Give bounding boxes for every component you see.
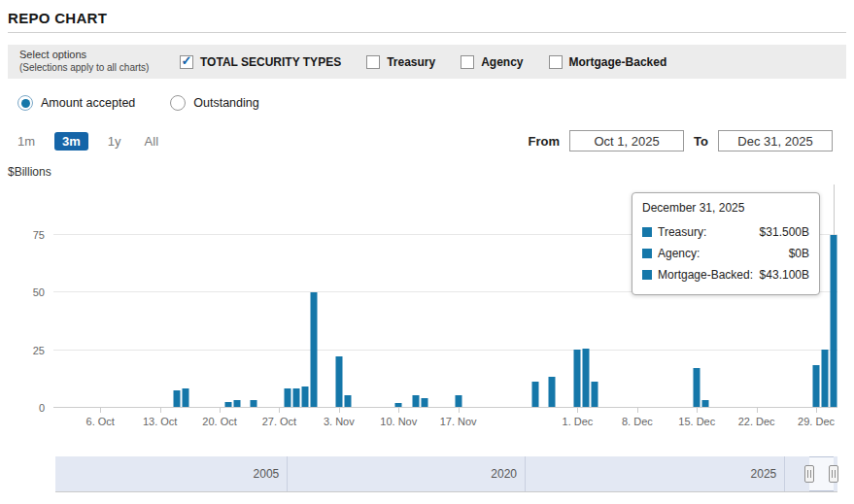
checkbox-treasury[interactable]: Treasury xyxy=(366,55,435,69)
y-axis-label: 50 xyxy=(33,286,45,298)
chart-bar[interactable] xyxy=(583,349,590,407)
checkbox-label: Mortgage-Backed xyxy=(569,55,667,69)
x-axis-label: 13. Oct xyxy=(143,416,177,427)
chart-bar[interactable] xyxy=(574,350,581,407)
checkbox-box-total-security-types[interactable] xyxy=(180,55,193,69)
chart-bar[interactable] xyxy=(224,402,231,407)
chart-bar[interactable] xyxy=(821,350,828,407)
from-date-input[interactable] xyxy=(569,130,684,151)
chart-bar[interactable] xyxy=(251,400,257,407)
chart-bar[interactable] xyxy=(531,382,538,407)
chart-bar[interactable] xyxy=(344,395,351,407)
radio-button-outstanding[interactable] xyxy=(170,95,186,111)
y-axis-label: 25 xyxy=(33,345,45,356)
range-selector: 1m 3m 1y All From To xyxy=(14,129,833,152)
navigator-year-label: 2020 xyxy=(491,467,517,481)
chart-tooltip: December 31, 2025 Treasury: $31.500B Age… xyxy=(632,192,820,295)
radio-outstanding[interactable]: Outstanding xyxy=(170,95,258,111)
chart-bar[interactable] xyxy=(310,292,317,407)
navigator-handle-left-icon[interactable] xyxy=(804,465,814,483)
y-gridline xyxy=(53,350,837,351)
series-marker-agency-icon xyxy=(642,249,652,258)
repo-chart-page: REPO CHART Select options (Selections ap… xyxy=(0,0,854,504)
x-axis-label: 8. Dec xyxy=(622,416,653,427)
navigator-year-label: 2005 xyxy=(254,467,280,481)
y-axis-label: 0 xyxy=(39,402,45,414)
range-button-1y[interactable]: 1y xyxy=(104,132,125,151)
x-tick xyxy=(459,408,460,413)
checkbox-label: TOTAL SECURITY TYPES xyxy=(200,55,341,69)
options-bar: Select options (Selections apply to all … xyxy=(8,45,846,79)
tooltip-series-value: $43.100B xyxy=(760,264,809,286)
navigator-handle-right-icon[interactable] xyxy=(829,465,838,483)
checkbox-box-treasury[interactable] xyxy=(366,55,380,69)
range-button-1m[interactable]: 1m xyxy=(14,132,39,151)
x-axis-label: 29. Dec xyxy=(798,416,835,427)
range-button-3m[interactable]: 3m xyxy=(54,132,88,151)
chart-bar[interactable] xyxy=(592,382,598,407)
x-tick xyxy=(816,408,817,413)
y-axis-label: 75 xyxy=(33,229,45,241)
chart-bar[interactable] xyxy=(702,400,709,407)
x-axis-label: 3. Nov xyxy=(324,416,355,427)
x-tick xyxy=(100,408,101,413)
range-button-all[interactable]: All xyxy=(141,132,162,151)
chart-bar[interactable] xyxy=(412,395,419,407)
x-axis-label: 27. Oct xyxy=(262,416,296,427)
radio-button-amount-accepted[interactable] xyxy=(17,95,33,111)
title-divider xyxy=(8,32,846,33)
chart-bar[interactable] xyxy=(455,395,461,407)
tooltip-series-name: Mortgage-Backed: xyxy=(658,264,753,286)
tooltip-series-value: $0B xyxy=(789,243,809,264)
radio-amount-accepted[interactable]: Amount accepted xyxy=(17,95,135,111)
chart-bar[interactable] xyxy=(174,390,181,407)
checkbox-mortgage-backed[interactable]: Mortgage-Backed xyxy=(549,55,667,69)
range-buttons: 1m 3m 1y All xyxy=(14,129,162,152)
tooltip-series-value: $31.500B xyxy=(760,221,809,243)
x-tick xyxy=(757,408,758,413)
x-axis-label: 1. Dec xyxy=(563,416,594,427)
chart-bar[interactable] xyxy=(233,400,240,407)
select-options-label: Select options xyxy=(19,49,180,62)
navigator-gridline xyxy=(525,456,526,491)
x-tick xyxy=(577,408,578,413)
navigator-gridline xyxy=(287,456,288,491)
chart-bar[interactable] xyxy=(395,403,402,407)
chart-bar[interactable] xyxy=(813,365,820,407)
checkbox-agency[interactable]: Agency xyxy=(461,55,523,69)
metric-radio-group: Amount accepted Outstanding xyxy=(17,95,259,111)
x-tick xyxy=(339,408,340,413)
tooltip-row-treasury: Treasury: $31.500B xyxy=(642,221,809,243)
chart-bar[interactable] xyxy=(301,386,308,407)
x-axis-label: 22. Dec xyxy=(738,416,775,427)
series-marker-mortgage-backed-icon xyxy=(642,270,652,280)
x-axis-label: 15. Dec xyxy=(678,416,715,427)
chart-bar[interactable] xyxy=(182,388,188,407)
navigator[interactable]: 200520202025 xyxy=(55,456,837,492)
to-label: To xyxy=(694,134,708,149)
chart-bar[interactable] xyxy=(421,398,427,407)
x-tick xyxy=(279,408,280,413)
chart-bar[interactable] xyxy=(292,388,299,407)
chart-bar[interactable] xyxy=(830,235,837,407)
x-tick xyxy=(220,408,221,413)
chart-bar[interactable] xyxy=(694,368,700,407)
tooltip-row-mortgage-backed: Mortgage-Backed: $43.100B xyxy=(642,264,809,286)
chart-bar[interactable] xyxy=(285,388,291,407)
to-date-input[interactable] xyxy=(718,130,833,151)
chart-area: 02550756. Oct13. Oct20. Oct27. Oct3. Nov… xyxy=(53,185,837,408)
radio-label: Outstanding xyxy=(193,96,258,110)
y-axis-title: $Billions xyxy=(8,165,51,179)
x-tick xyxy=(160,408,161,413)
y-gridline xyxy=(53,407,837,408)
radio-label: Amount accepted xyxy=(41,96,135,110)
chart-bar[interactable] xyxy=(335,356,342,407)
checkbox-box-mortgage-backed[interactable] xyxy=(549,55,563,69)
checkbox-box-agency[interactable] xyxy=(461,55,474,69)
x-tick xyxy=(697,408,698,413)
checkbox-label: Treasury xyxy=(387,55,435,69)
navigator-gridline xyxy=(784,456,785,491)
checkbox-total-security-types[interactable]: TOTAL SECURITY TYPES xyxy=(180,55,341,69)
navigator-year-label: 2025 xyxy=(751,467,777,481)
chart-bar[interactable] xyxy=(549,377,556,407)
